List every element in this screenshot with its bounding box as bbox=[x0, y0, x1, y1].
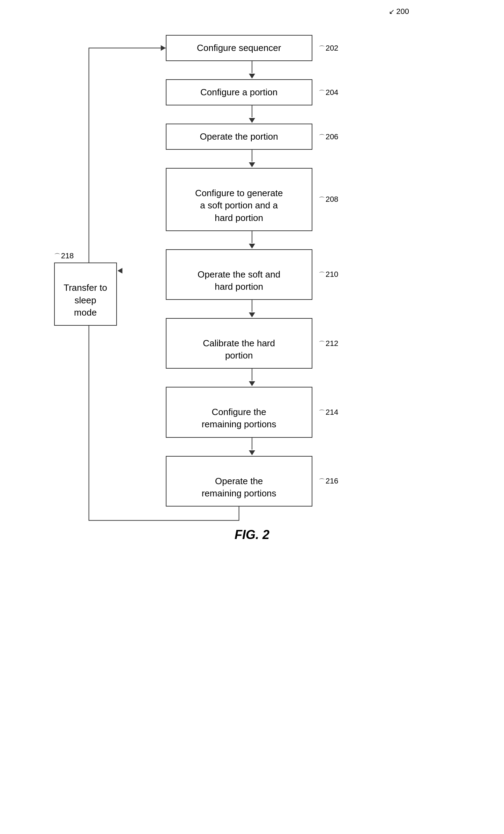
ref-210: 210 bbox=[319, 270, 339, 279]
step-row-214: Configure the remaining portions 214 bbox=[95, 387, 409, 437]
ref-214: 214 bbox=[319, 408, 339, 417]
flowchart: Configure sequencer 202 Configure a port… bbox=[95, 21, 409, 507]
step-box-206: Operate the portion bbox=[166, 124, 312, 150]
step-row-206: Operate the portion 206 bbox=[95, 124, 409, 150]
diagram-container: ↙200 Configure sequencer 202 Configure a… bbox=[95, 0, 409, 563]
step-row-204: Configure a portion 204 bbox=[95, 79, 409, 105]
ref-208: 208 bbox=[319, 195, 339, 204]
step-row-202: Configure sequencer 202 bbox=[95, 35, 409, 61]
ref-202: 202 bbox=[319, 44, 339, 53]
step-box-202: Configure sequencer bbox=[166, 35, 312, 61]
sleep-box-wrapper: 218 Transfer to sleep mode bbox=[54, 251, 117, 325]
step-box-208: Configure to generate a soft portion and… bbox=[166, 168, 312, 231]
step-row-212: Calibrate the hard portion 212 bbox=[95, 318, 409, 369]
step-box-210: Operate the soft and hard portion bbox=[166, 249, 312, 300]
ref-216: 216 bbox=[319, 477, 339, 486]
step-box-216: Operate the remaining portions bbox=[166, 456, 312, 507]
step-row-216: Operate the remaining portions 216 bbox=[95, 456, 409, 507]
ref-200-label: ↙200 bbox=[389, 7, 409, 16]
step-box-214: Configure the remaining portions bbox=[166, 387, 312, 437]
ref-206: 206 bbox=[319, 132, 339, 141]
ref-212: 212 bbox=[319, 339, 339, 348]
sleep-box: Transfer to sleep mode bbox=[54, 263, 117, 325]
step-box-204: Configure a portion bbox=[166, 79, 312, 105]
step-row-210: Operate the soft and hard portion 210 bbox=[95, 249, 409, 300]
step-box-212: Calibrate the hard portion bbox=[166, 318, 312, 369]
ref-218: 218 bbox=[54, 251, 74, 260]
step-row-208: Configure to generate a soft portion and… bbox=[95, 168, 409, 231]
ref-204: 204 bbox=[319, 88, 339, 97]
fig-label: FIG. 2 bbox=[95, 527, 409, 563]
